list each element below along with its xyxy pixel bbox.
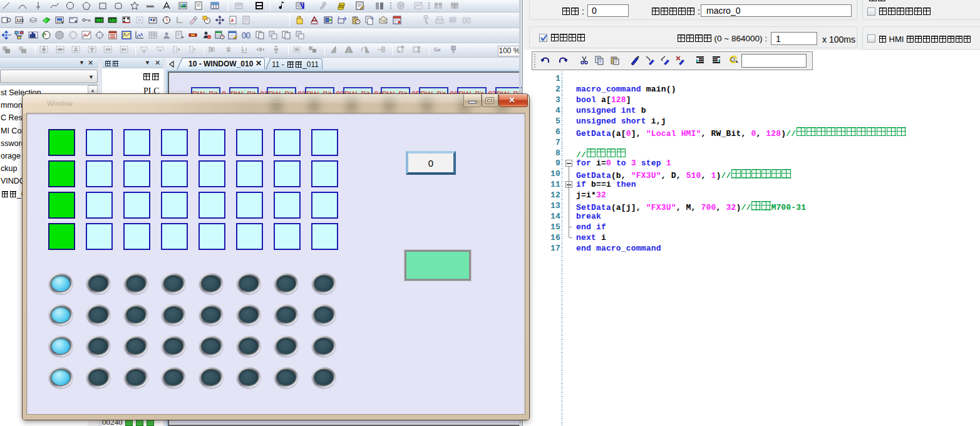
svg-text:ABC: ABC xyxy=(109,18,118,23)
svg-text:Go: Go xyxy=(434,47,440,53)
svg-text:A: A xyxy=(231,18,234,23)
svg-text:123: 123 xyxy=(16,18,24,23)
svg-text:999: 999 xyxy=(96,18,103,23)
svg-text:F: F xyxy=(153,18,156,23)
